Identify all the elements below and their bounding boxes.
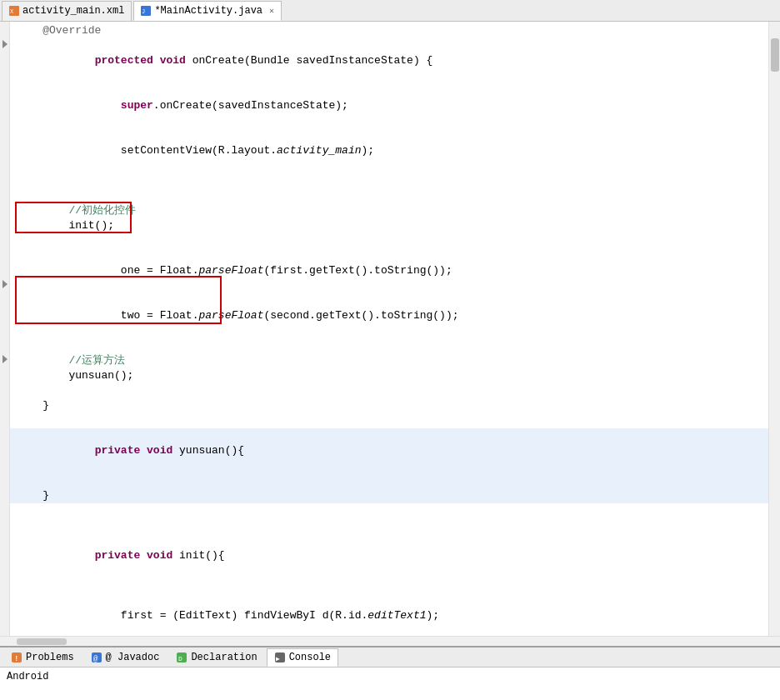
line-content-7: //初始化控件: [17, 203, 136, 218]
console-content: Android: [7, 671, 48, 682]
left-margin: [0, 22, 10, 636]
margin-6: [0, 97, 9, 112]
bottom-tab-problems[interactable]: ! Problems: [3, 648, 82, 667]
margin-11: [0, 172, 9, 187]
bottom-tab-console-label: Console: [289, 652, 331, 663]
margin-2[interactable]: [0, 37, 9, 52]
code-line-17: [10, 413, 768, 428]
line-content-8: init();: [17, 218, 114, 233]
code-line-25: first = (EditText) findViewByI d(R.id.ed…: [10, 593, 768, 636]
code-line-4: setContentView(R.layout.activity_main);: [10, 128, 768, 173]
margin-8: [0, 127, 9, 142]
bottom-tab-bar: ! Problems @ @ Javadoc D Declaration ▶ C…: [0, 648, 780, 668]
vertical-scrollbar[interactable]: [768, 22, 780, 636]
code-line-21: [10, 503, 768, 518]
margin-10: [0, 157, 9, 172]
code-line-22: [10, 518, 768, 533]
tab-close-icon[interactable]: ✕: [269, 6, 274, 16]
code-line-12: [10, 338, 768, 353]
svg-text:@: @: [93, 655, 98, 663]
line-content-1: @Override: [17, 23, 101, 38]
margin-21: [0, 322, 9, 337]
tab-activity-main-label: activity_main.xml: [22, 5, 124, 17]
tab-main-activity[interactable]: J *MainActivity.java ✕: [133, 1, 282, 21]
margin-16: [0, 247, 9, 262]
code-line-5: [10, 173, 768, 188]
margin-15: [0, 232, 9, 247]
margin-23[interactable]: [0, 352, 9, 367]
line-content-3: super.onCreate(savedInstanceState);: [17, 83, 348, 128]
bottom-tab-javadoc-label: @ Javadoc: [106, 652, 160, 663]
svg-text:J: J: [142, 8, 145, 15]
tab-main-activity-label: *MainActivity.java: [154, 5, 262, 17]
margin-19: [0, 292, 9, 307]
margin-12: [0, 187, 9, 202]
javadoc-icon: @: [91, 652, 102, 663]
code-area[interactable]: @Override protected void onCreate(Bundle…: [10, 22, 768, 636]
margin-1: [0, 22, 9, 37]
bottom-tab-console[interactable]: ▶ Console: [267, 648, 338, 667]
code-line-19: [10, 473, 768, 488]
line-content-25: first = (EditText) findViewByI d(R.id.ed…: [17, 593, 439, 636]
scrollbar-thumb[interactable]: [771, 38, 779, 72]
problems-icon: !: [11, 652, 22, 663]
line-content-14: yunsuan();: [17, 368, 133, 383]
bottom-tab-javadoc[interactable]: @ @ Javadoc: [83, 648, 168, 667]
tab-activity-main[interactable]: X activity_main.xml: [2, 1, 132, 21]
code-line-13: //运算方法: [10, 353, 768, 368]
java-file-icon: J: [141, 6, 151, 16]
code-line-2: protected void onCreate(Bundle savedInst…: [10, 38, 768, 83]
margin-9: [0, 142, 9, 157]
declaration-icon: D: [176, 652, 188, 663]
svg-text:!: !: [14, 655, 18, 663]
code-line-16: }: [10, 398, 768, 413]
horizontal-thumb[interactable]: [17, 638, 67, 645]
code-line-9: [10, 233, 768, 248]
code-line-24: [10, 578, 768, 593]
bottom-tab-declaration[interactable]: D Declaration: [168, 648, 264, 667]
line-content-20: }: [17, 488, 49, 503]
code-line-1: @Override: [10, 23, 768, 38]
margin-22: [0, 337, 9, 352]
line-content-10: one = Float.parseFloat(first.getText().t…: [17, 248, 452, 293]
svg-text:▶: ▶: [276, 655, 280, 662]
margin-20: [0, 307, 9, 322]
code-line-7: //初始化控件: [10, 203, 768, 218]
code-line-23: private void init(){: [10, 533, 768, 578]
console-icon: ▶: [274, 652, 286, 663]
code-line-8: init();: [10, 218, 768, 233]
margin-5: [0, 82, 9, 97]
margin-17: [0, 262, 9, 277]
code-line-20: }: [10, 488, 768, 503]
tab-bar: X activity_main.xml J *MainActivity.java…: [0, 0, 780, 22]
bottom-tab-problems-label: Problems: [26, 652, 74, 663]
margin-13: [0, 202, 9, 217]
code-line-6: [10, 188, 768, 203]
code-line-18: private void yunsuan(){: [10, 428, 768, 473]
margin-3: [0, 52, 9, 67]
line-content-13: //运算方法: [17, 353, 125, 368]
bottom-panel: ! Problems @ @ Javadoc D Declaration ▶ C…: [0, 646, 780, 700]
code-line-15: [10, 383, 768, 398]
line-content-18: private void yunsuan(){: [17, 428, 244, 473]
margin-4: [0, 67, 9, 82]
line-content-23: private void init(){: [17, 533, 225, 578]
code-line-14: yunsuan();: [10, 368, 768, 383]
code-line-11: two = Float.parseFloat(second.getText().…: [10, 293, 768, 338]
margin-14: [0, 217, 9, 232]
line-content-16: }: [17, 398, 49, 413]
line-content-4: setContentView(R.layout.activity_main);: [17, 128, 374, 173]
horizontal-scrollbar[interactable]: [0, 636, 780, 646]
bottom-content-area: Android: [0, 668, 780, 700]
svg-text:D: D: [178, 655, 182, 662]
xml-file-icon: X: [9, 6, 19, 16]
code-line-3: super.onCreate(savedInstanceState);: [10, 83, 768, 128]
line-content-11: two = Float.parseFloat(second.getText().…: [17, 293, 459, 338]
margin-18[interactable]: [0, 277, 9, 292]
bottom-tab-declaration-label: Declaration: [191, 652, 257, 663]
margin-7: [0, 112, 9, 127]
code-line-10: one = Float.parseFloat(first.getText().t…: [10, 248, 768, 293]
line-content-2: protected void onCreate(Bundle savedInst…: [17, 38, 432, 83]
editor-container: @Override protected void onCreate(Bundle…: [0, 22, 780, 636]
